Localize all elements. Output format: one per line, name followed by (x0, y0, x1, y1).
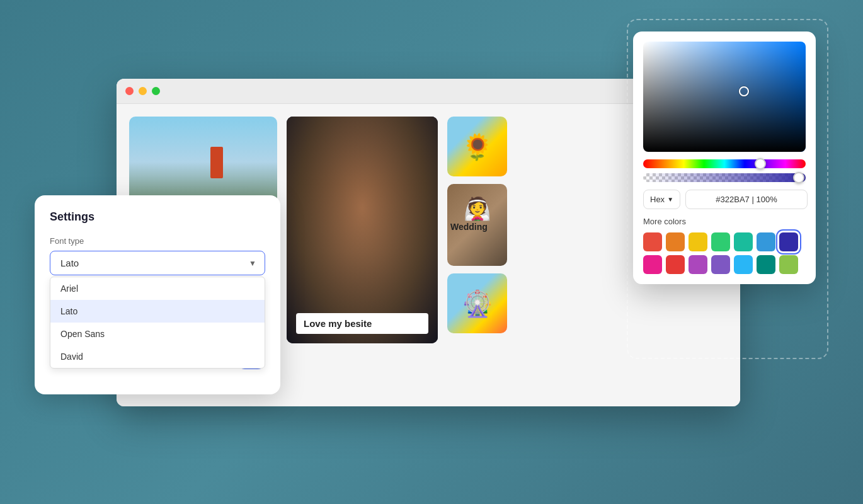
close-button[interactable] (125, 87, 134, 95)
color-swatches (643, 232, 806, 274)
portrait-label: Love my besite (296, 313, 428, 334)
swatch-crimson[interactable] (666, 255, 685, 274)
hue-slider-thumb (755, 158, 766, 169)
maximize-button[interactable] (152, 87, 160, 95)
portrait-image[interactable]: Love my besite (287, 117, 438, 343)
portrait-overlay (287, 117, 438, 343)
settings-title: Settings (50, 210, 265, 224)
swatch-red[interactable] (643, 232, 662, 251)
wedding-label: Wedding (447, 184, 507, 235)
font-dropdown-menu: Ariel Lato Open Sans David (50, 277, 265, 369)
color-picker-panel: Hex ▼ More colors (633, 32, 816, 284)
color-format-label: Hex (650, 195, 665, 204)
swatch-pink[interactable] (643, 255, 662, 274)
swatch-green[interactable] (711, 232, 730, 251)
color-format-select[interactable]: Hex ▼ (643, 190, 680, 209)
font-select-wrapper: Ariel Lato Open Sans David ▼ Ariel Lato … (50, 251, 265, 275)
swatch-purple[interactable] (689, 255, 707, 274)
swatch-violet[interactable] (711, 255, 730, 274)
swatch-sky-blue[interactable] (734, 255, 753, 274)
hue-slider[interactable] (643, 159, 806, 168)
font-option-david[interactable]: David (50, 345, 265, 368)
swatch-lime[interactable] (779, 255, 798, 274)
font-type-label: Font type (50, 236, 265, 246)
color-row-2 (643, 255, 806, 274)
alpha-slider-thumb (793, 172, 804, 183)
color-inputs-row: Hex ▼ (643, 190, 806, 209)
swatch-teal[interactable] (734, 232, 753, 251)
color-gradient-area[interactable] (643, 42, 806, 152)
more-colors-label: More colors (643, 217, 806, 226)
carnival-image[interactable] (447, 273, 507, 333)
chevron-down-icon: ▼ (667, 196, 673, 203)
swatch-orange[interactable] (666, 232, 685, 251)
gallery-column-3: Wedding (447, 117, 507, 394)
wedding-image[interactable]: Wedding (447, 184, 507, 266)
swatch-yellow[interactable] (689, 232, 707, 251)
minimize-button[interactable] (139, 87, 147, 95)
font-option-ariel[interactable]: Ariel (50, 277, 265, 300)
color-row-1 (643, 232, 806, 251)
gallery-column-2: Love my besite (287, 117, 438, 394)
color-hex-input[interactable] (685, 190, 808, 209)
font-option-open-sans[interactable]: Open Sans (50, 323, 265, 345)
font-type-select[interactable]: Ariel Lato Open Sans David (50, 251, 265, 275)
color-gradient-cursor (739, 86, 749, 96)
swatch-dark-teal[interactable] (757, 255, 775, 274)
swatch-blue[interactable] (757, 232, 775, 251)
flowers-image[interactable] (447, 117, 507, 176)
settings-panel: Settings Font type Ariel Lato Open Sans … (35, 195, 280, 394)
swatch-dark-blue[interactable] (779, 232, 798, 251)
font-option-lato[interactable]: Lato (50, 300, 265, 323)
alpha-slider[interactable] (643, 173, 806, 182)
